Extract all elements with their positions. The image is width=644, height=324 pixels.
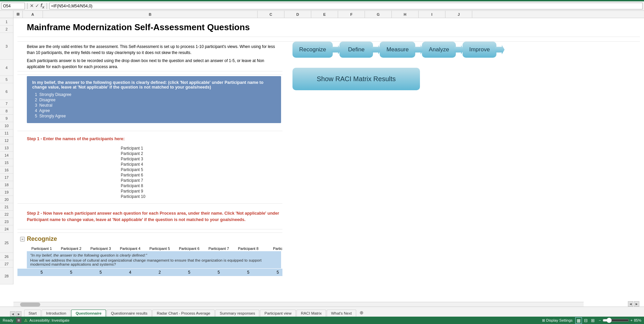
question-row: "In my belief, the answer to the followi… (27, 251, 281, 268)
main-area: Mainframe Modernization Self-Assessment … (13, 18, 644, 279)
function-icon[interactable]: fx (41, 3, 44, 9)
col-header-h[interactable]: H (392, 11, 419, 18)
process-box-analyze[interactable]: Analyze (422, 42, 455, 58)
row-2-empty (17, 37, 640, 42)
answer-row: 5 5 5 4 2 5 5 5 5 (17, 269, 282, 276)
list-item: Participant 7 (121, 178, 281, 183)
row-num-20: 20 (0, 196, 13, 203)
page-title: Mainframe Modernization Self-Assessment … (27, 21, 250, 34)
answer-cell-8[interactable]: 5 (233, 269, 263, 276)
process-step-define[interactable]: Define (339, 42, 373, 58)
process-step-analyze[interactable]: Analyze (422, 42, 455, 58)
answer-cells: 5 5 5 4 2 5 5 5 5 (27, 269, 292, 276)
title-row: Mainframe Modernization Self-Assessment … (17, 21, 640, 37)
list-item: Participant 6 (121, 173, 281, 177)
collapse-btn[interactable]: − (20, 237, 25, 241)
cancel-icon[interactable]: ✕ (30, 3, 34, 8)
row-num-12: 12 (0, 137, 13, 144)
p-header-6: Participant 6 (174, 247, 204, 251)
row-26-empty (17, 229, 282, 233)
row-num-11: 11 (0, 129, 13, 137)
scale-item-4: 4 Agree (32, 108, 276, 113)
name-box[interactable]: O54 (1, 3, 25, 9)
answer-cell-4[interactable]: 4 (115, 269, 145, 276)
question-text: How will we address the issue of cultura… (30, 258, 278, 266)
row-num-10: 10 (0, 122, 13, 129)
process-step-measure[interactable]: Measure (380, 42, 415, 58)
scale-label-1: Strongly Disagree (39, 92, 71, 97)
raci-matrix-button[interactable]: Show RACI Matrix Results (292, 68, 420, 90)
answer-cell-5[interactable]: 2 (145, 269, 174, 276)
col-header-d[interactable]: D (284, 11, 311, 18)
scale-item-3: 3 Neutral (32, 103, 276, 108)
col-header-e[interactable]: E (311, 11, 338, 18)
formula-bar-divider (27, 3, 28, 9)
row-numbers: 1 2 3 4 5 6 7 8 9 10 11 12 13 14 15 16 1… (0, 18, 13, 284)
column-header-row: ⊞ A B C D E F G H I J (0, 11, 644, 18)
row-num-8: 8 (0, 107, 13, 115)
content-wrapper: Below are the only valid entries for the… (17, 42, 640, 276)
answer-cell-7[interactable]: 5 (204, 269, 233, 276)
step2-block: Step 2 - Now have each participant answe… (17, 204, 282, 229)
p-header-5: Participant 5 (145, 247, 174, 251)
scale-item-2: 2 Disagree (32, 98, 276, 102)
sheet-content[interactable]: Mainframe Modernization Self-Assessment … (13, 18, 644, 284)
p-header-7: Participant 7 (204, 247, 233, 251)
list-item: Participant 4 (121, 162, 281, 167)
process-step-recognize[interactable]: Recognize (292, 42, 333, 58)
scale-label-5: Strongly Agree (39, 114, 66, 118)
answer-cell-1[interactable]: 5 (27, 269, 56, 276)
info-box: In my belief, the answer to the followin… (27, 76, 281, 123)
info-box-wrapper: In my belief, the answer to the followin… (17, 75, 282, 128)
row-num-23: 23 (0, 218, 13, 225)
question-row-wrapper: "In my belief, the answer to the followi… (17, 251, 282, 268)
answer-cell-3[interactable]: 5 (86, 269, 115, 276)
participant-headers: Participant 1 Participant 2 Participant … (27, 247, 292, 251)
col-header-i[interactable]: I (419, 11, 445, 18)
p-header-8: Participant 8 (233, 247, 263, 251)
sheet-body: 1 2 3 4 5 6 7 8 9 10 11 12 13 14 15 16 1… (0, 18, 644, 284)
row-num-9: 9 (0, 115, 13, 122)
list-item: Participant 8 (121, 183, 281, 188)
row-num-27: 27 (0, 260, 13, 268)
p-header-1: Participant 1 (27, 247, 56, 251)
row-num-2: 2 (0, 25, 13, 33)
scale-num-3: 3 (35, 103, 37, 108)
step2-label: Step 2 - Now have each participant answe… (27, 210, 281, 223)
col-header-c[interactable]: C (258, 11, 284, 18)
scale-item-5: 5 Strongly Agree (32, 114, 276, 118)
row-num-28: 28 (0, 268, 13, 284)
process-box-improve[interactable]: Improve (463, 42, 496, 58)
process-box-define[interactable]: Define (339, 42, 373, 58)
formula-input[interactable]: =IF(N54>0,M54/N54,0) (49, 3, 643, 9)
formula-bar-divider2 (47, 3, 47, 9)
scale-item-1: 1 Strongly Disagree (32, 92, 276, 97)
row-num-24: 24 (0, 225, 13, 233)
col-header-j[interactable]: J (445, 11, 472, 18)
row-num-19: 19 (0, 188, 13, 196)
col-header-g[interactable]: G (365, 11, 392, 18)
scale-num-1: 1 (35, 92, 37, 97)
confirm-icon[interactable]: ✓ (35, 3, 39, 8)
answer-cell-6[interactable]: 5 (174, 269, 204, 276)
list-item: Participant 10 (121, 194, 281, 199)
answer-cell-2[interactable]: 5 (56, 269, 86, 276)
process-box-recognize[interactable]: Recognize (292, 42, 333, 58)
row-num-26: 26 (0, 253, 13, 260)
col-header-b[interactable]: B (43, 11, 258, 18)
instructions-line1: Below are the only valid entries for the… (27, 44, 281, 56)
process-step-improve[interactable]: Improve (463, 42, 496, 58)
process-flow: Recognize Define Measure Analyze (292, 42, 640, 58)
row-num-14: 14 (0, 152, 13, 159)
row-num-5: 5 (0, 76, 13, 83)
step1-label-row: Step 1 - Enter the names of the particip… (17, 131, 282, 145)
process-box-measure[interactable]: Measure (380, 42, 415, 58)
instructions-line2: Each participants answer is to be record… (27, 58, 281, 70)
list-item: Participant 9 (121, 189, 281, 194)
scale-num-5: 5 (35, 114, 37, 118)
col-header-f[interactable]: F (338, 11, 365, 18)
col-header-a[interactable]: A (23, 11, 43, 18)
p-header-3: Participant 3 (86, 247, 115, 251)
row-num-25: 25 (0, 233, 13, 253)
right-content: Recognize Define Measure Analyze (282, 42, 640, 276)
